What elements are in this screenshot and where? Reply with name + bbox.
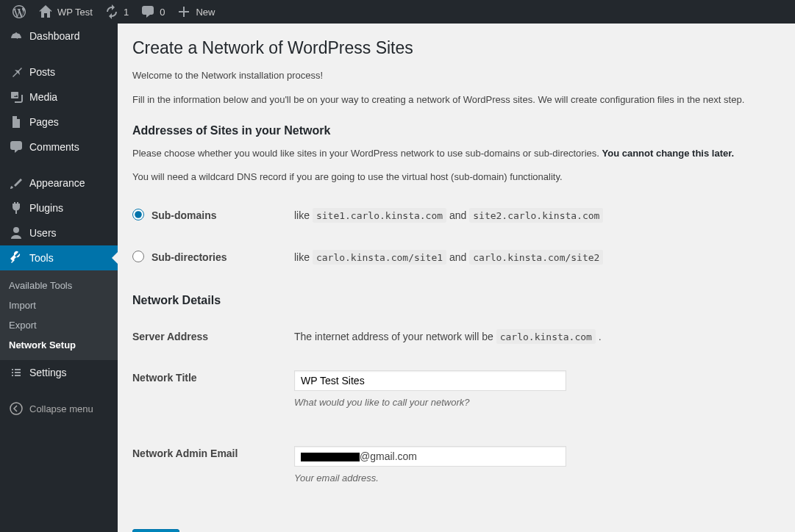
submenu-import[interactable]: Import — [0, 295, 118, 315]
sidebar-label: Dashboard — [29, 30, 80, 42]
collapse-menu-button[interactable]: Collapse menu — [0, 396, 118, 421]
network-title-input[interactable] — [294, 370, 566, 391]
section-details-heading: Network Details — [132, 294, 780, 307]
page-title: Create a Network of WordPress Sites — [132, 38, 780, 58]
site-name: WP Test — [57, 7, 93, 18]
collapse-icon — [9, 401, 24, 416]
server-address-label: Server Address — [132, 316, 287, 357]
user-icon — [9, 226, 24, 240]
comments-link[interactable]: 0 — [135, 0, 171, 24]
sidebar-item-pages[interactable]: Pages — [0, 109, 118, 134]
option-subdirs-label[interactable]: Sub-directories — [132, 251, 227, 263]
intro-1: Welcome to the Network installation proc… — [132, 68, 780, 84]
code-sample: carlo.kinsta.com/site1 — [313, 250, 446, 265]
media-icon — [9, 90, 24, 104]
option-subdirs-cell: Sub-directories — [132, 236, 287, 278]
addresses-desc-2: You will need a wildcard DNS record if y… — [132, 170, 780, 185]
admin-bar: WP Test 1 0 New — [0, 0, 795, 24]
network-details-table: Server Address The internet address of y… — [132, 316, 780, 508]
plus-icon — [177, 4, 191, 19]
code-sample: site2.carlo.kinsta.com — [469, 208, 603, 223]
sidebar-label: Posts — [29, 66, 55, 78]
sidebar-label: Comments — [29, 141, 79, 153]
sidebar-label: Pages — [29, 116, 59, 128]
sidebar-label: Appearance — [29, 177, 85, 189]
comment-icon — [140, 4, 155, 19]
sidebar-item-media[interactable]: Media — [0, 85, 118, 109]
section-addresses-heading: Addresses of Sites in your Network — [132, 124, 780, 137]
option-subdomains-label[interactable]: Sub-domains — [132, 209, 217, 221]
updates-count: 1 — [124, 7, 129, 18]
admin-sidebar: Dashboard Posts Media Pages Comments App… — [0, 24, 118, 532]
home-icon — [38, 4, 53, 19]
code-sample: carlo.kinsta.com/site2 — [469, 250, 603, 265]
sidebar-item-settings[interactable]: Settings — [0, 360, 118, 385]
admin-email-input[interactable]: @gmail.com — [294, 446, 566, 467]
sidebar-label: Plugins — [29, 202, 63, 214]
updates-link[interactable]: 1 — [99, 0, 135, 24]
dashboard-icon — [9, 29, 24, 43]
settings-icon — [9, 365, 24, 380]
network-title-label: Network Title — [132, 357, 287, 433]
option-subdomains-radio[interactable] — [132, 209, 144, 220]
submenu-available-tools[interactable]: Available Tools — [0, 276, 118, 295]
svg-point-0 — [10, 403, 22, 414]
site-home-link[interactable]: WP Test — [32, 0, 99, 24]
new-label: New — [196, 7, 215, 18]
sidebar-item-posts[interactable]: Posts — [0, 60, 118, 85]
option-subdomains-example: like site1.carlo.kinsta.com and site2.ca… — [287, 194, 780, 236]
brush-icon — [9, 176, 24, 190]
network-title-desc: What would you like to call your network… — [294, 395, 773, 411]
tools-submenu: Available Tools Import Export Network Se… — [0, 270, 118, 360]
comment-icon — [9, 140, 24, 154]
sidebar-label: Tools — [29, 252, 54, 264]
plugin-icon — [9, 201, 24, 215]
sidebar-item-users[interactable]: Users — [0, 220, 118, 245]
sidebar-label: Media — [29, 91, 57, 103]
intro-2: Fill in the information below and you'll… — [132, 93, 780, 108]
code-sample: site1.carlo.kinsta.com — [313, 208, 446, 223]
option-subdirs-radio[interactable] — [132, 251, 144, 262]
admin-email-desc: Your email address. — [294, 471, 773, 486]
option-subdirs-example: like carlo.kinsta.com/site1 and carlo.ki… — [287, 236, 780, 278]
sidebar-item-plugins[interactable]: Plugins — [0, 195, 118, 220]
addresses-desc-1: Please choose whether you would like sit… — [132, 146, 780, 162]
pin-icon — [9, 65, 24, 79]
install-button[interactable]: Install — [132, 529, 179, 532]
submenu-export[interactable]: Export — [0, 315, 118, 335]
tools-icon — [9, 251, 24, 265]
comments-count: 0 — [160, 7, 165, 18]
sidebar-item-appearance[interactable]: Appearance — [0, 170, 118, 195]
option-subdomains-cell: Sub-domains — [132, 194, 287, 236]
sidebar-label: Settings — [29, 367, 67, 378]
sidebar-label: Users — [29, 227, 57, 239]
page-content: Create a Network of WordPress Sites Welc… — [118, 24, 795, 532]
collapse-label: Collapse menu — [29, 403, 93, 414]
redacted-text — [301, 453, 360, 461]
wordpress-icon — [12, 4, 26, 19]
code-sample: carlo.kinsta.com — [496, 329, 596, 344]
submenu-network-setup[interactable]: Network Setup — [0, 335, 118, 355]
address-options-table: Sub-domains like site1.carlo.kinsta.com … — [132, 194, 780, 278]
page-icon — [9, 115, 24, 129]
update-icon — [104, 4, 119, 19]
server-address-value: The internet address of your network wil… — [287, 316, 780, 357]
sidebar-item-tools[interactable]: Tools — [0, 245, 118, 270]
sidebar-item-comments[interactable]: Comments — [0, 134, 118, 159]
sidebar-item-dashboard[interactable]: Dashboard — [0, 24, 118, 48]
wp-logo-link[interactable] — [6, 0, 32, 24]
new-content-link[interactable]: New — [171, 0, 221, 24]
admin-email-label: Network Admin Email — [132, 433, 287, 508]
